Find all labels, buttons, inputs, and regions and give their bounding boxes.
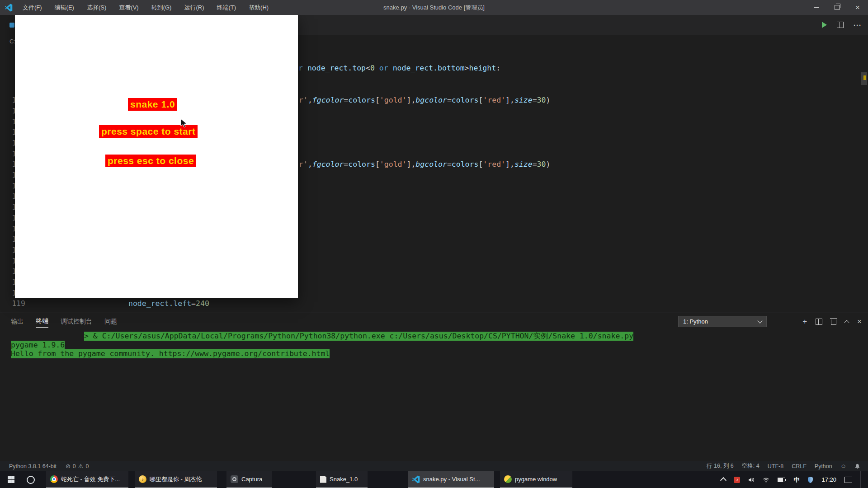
music-app-tray-icon[interactable]: ♪ (734, 477, 740, 483)
close-button[interactable]: × (847, 0, 868, 15)
split-editor-button[interactable] (837, 22, 844, 28)
panel-tab-3[interactable]: 问题 (104, 316, 117, 328)
action-center-icon[interactable] (844, 477, 852, 483)
menu-item-0[interactable]: 文件(F) (16, 0, 48, 15)
taskbar-app-label: snake.py - Visual St... (423, 476, 480, 483)
language-mode-item[interactable]: Python (811, 463, 836, 469)
pygame-title-text: snake 1.0 (128, 98, 177, 111)
indentation-item[interactable]: 空格: 4 (738, 462, 764, 470)
terminal-line: pygame 1.9.6 (11, 341, 868, 350)
notifications-item[interactable] (850, 463, 864, 469)
terminal-selected-text: > & C:/Users/asus/AppData/Local/Programs… (84, 332, 633, 341)
minimize-button[interactable] (806, 0, 826, 15)
editor-actions: ··· (822, 15, 862, 35)
taskbar-app-chrome[interactable]: 蛇死亡 - 音效 免费下... (46, 471, 128, 488)
encoding-item[interactable]: UTF-8 (764, 463, 788, 469)
music-icon: ♪ (139, 475, 146, 483)
tray-chevron-up-icon[interactable] (720, 477, 726, 483)
code-line: node_rect.left=240 (128, 298, 209, 309)
captura-icon (231, 475, 238, 483)
status-right: 行 16, 列 6 空格: 4 UTF-8 CRLF Python ☺ (703, 462, 864, 470)
menu-item-2[interactable]: 选择(S) (80, 0, 113, 15)
menu-item-5[interactable]: 运行(R) (178, 0, 210, 15)
error-count: 0 (73, 463, 76, 469)
terminal-instance-label: 1: Python (683, 318, 708, 325)
new-terminal-button[interactable]: + (802, 318, 807, 325)
titlebar: 文件(F)编辑(E)选择(S)查看(V)转到(G)运行(R)终端(T)帮助(H)… (0, 0, 868, 15)
close-icon: × (855, 4, 860, 11)
network-icon[interactable] (763, 477, 769, 483)
terminal-line: Hello from the pygame community. https:/… (11, 349, 868, 358)
show-desktop-button[interactable] (860, 471, 863, 488)
terminal-instance-select[interactable]: 1: Python (678, 316, 767, 327)
vscode-logo-icon (5, 4, 13, 12)
tab-snake-py[interactable] (0, 15, 15, 35)
code-line: r',fgcolor=colors['gold'],bgcolor=colors… (299, 159, 550, 170)
problems-item[interactable]: ⊘ 0 ⚠ 0 (66, 463, 89, 469)
start-button[interactable] (0, 471, 22, 488)
python-file-icon (9, 23, 14, 28)
minimize-icon (814, 7, 819, 8)
system-tray: ♪ 中 17:20 (721, 471, 868, 488)
taskbar-app-music[interactable]: ♪哪里都是你 - 周杰伦 (135, 471, 217, 488)
close-panel-button[interactable]: × (857, 318, 862, 325)
menu-item-4[interactable]: 转到(G) (145, 0, 178, 15)
restore-button[interactable] (826, 0, 847, 15)
status-left: Python 3.8.1 64-bit ⊘ 0 ⚠ 0 (0, 463, 89, 469)
restore-icon (835, 5, 840, 10)
menu-item-3[interactable]: 查看(V) (113, 0, 145, 15)
menu-item-6[interactable]: 终端(T) (210, 0, 242, 15)
kill-terminal-button[interactable] (831, 319, 836, 325)
taskbar-app-label: 哪里都是你 - 周杰伦 (150, 475, 202, 483)
feedback-item[interactable]: ☺ (836, 463, 850, 469)
clock[interactable]: 17:20 (821, 476, 836, 483)
taskbar-app-explorer[interactable]: Snake_1.0 (316, 471, 368, 488)
terminal-output[interactable]: > & C:/Users/asus/AppData/Local/Programs… (11, 332, 868, 358)
run-python-file-button[interactable] (822, 22, 827, 28)
menu-item-7[interactable]: 帮助(H) (242, 0, 275, 15)
chevron-down-icon (757, 318, 762, 323)
taskbar-app-pygame[interactable]: pygame window (500, 471, 572, 488)
code-line: r',fgcolor=colors['gold'],bgcolor=colors… (299, 95, 550, 106)
cursor-position-item[interactable]: 行 16, 列 6 (703, 462, 738, 470)
search-button[interactable] (22, 471, 40, 488)
pygame-window[interactable]: snake 1.0 press space to start press esc… (15, 15, 298, 298)
bell-icon (854, 463, 860, 469)
eol-item[interactable]: CRLF (788, 463, 811, 469)
search-icon (27, 476, 35, 484)
taskbar-app-label: 蛇死亡 - 音效 免费下... (61, 475, 120, 483)
panel-tab-0[interactable]: 输出 (11, 316, 24, 328)
input-method-indicator[interactable]: 中 (793, 476, 799, 484)
terminal-selected-text: pygame 1.9.6 (11, 341, 65, 350)
smiley-icon: ☺ (840, 463, 846, 469)
taskbar-app-label: pygame window (515, 476, 557, 483)
screen: 文件(F)编辑(E)选择(S)查看(V)转到(G)运行(R)终端(T)帮助(H)… (0, 0, 868, 488)
split-terminal-button[interactable] (816, 319, 822, 325)
chrome-icon (50, 475, 58, 483)
maximize-panel-button[interactable] (844, 320, 849, 325)
pygame-close-text: press esc to close (105, 155, 196, 167)
taskbar: 蛇死亡 - 音效 免费下...♪哪里都是你 - 周杰伦CapturaSnake_… (0, 471, 868, 488)
more-actions-button[interactable]: ··· (854, 22, 862, 28)
terminal-line: > & C:/Users/asus/AppData/Local/Programs… (11, 332, 868, 341)
panel-tabs: 输出终端调试控制台问题 (11, 313, 117, 330)
code-line: r node_rect.top<0 or node_rect.bottom>he… (298, 63, 500, 74)
menu-bar: 文件(F)编辑(E)选择(S)查看(V)转到(G)运行(R)终端(T)帮助(H) (16, 0, 275, 15)
taskbar-app-vscode[interactable]: snake.py - Visual St... (408, 471, 494, 488)
defender-shield-icon[interactable] (807, 477, 813, 483)
window-controls: × (806, 0, 868, 15)
warning-icon: ⚠ (78, 463, 84, 469)
error-icon: ⊘ (66, 463, 71, 469)
volume-icon[interactable] (748, 477, 755, 483)
panel-tab-2[interactable]: 调试控制台 (61, 316, 92, 328)
python-interpreter-item[interactable]: Python 3.8.1 64-bit (9, 463, 57, 469)
explorer-icon (320, 476, 326, 483)
terminal-selected-text: Hello from the pygame community. https:/… (11, 349, 330, 358)
taskbar-app-captura[interactable]: Captura (226, 471, 272, 488)
warning-count: 0 (85, 463, 89, 469)
menu-item-1[interactable]: 编辑(E) (48, 0, 80, 15)
panel-tab-1[interactable]: 终端 (36, 315, 48, 328)
battery-icon[interactable] (778, 478, 785, 482)
panel-actions: + × (802, 313, 862, 330)
line-number: 119 (0, 298, 25, 309)
